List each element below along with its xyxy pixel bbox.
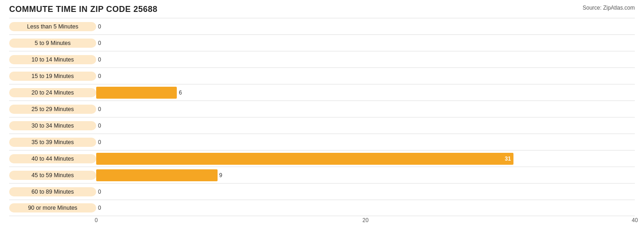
bar-row: 20 to 24 Minutes6 <box>9 84 635 100</box>
bar-label: 45 to 59 Minutes <box>9 171 96 180</box>
bar-track: 0 <box>96 117 635 134</box>
bar-value-zero: 0 <box>98 40 101 46</box>
bar-fill: 31 <box>96 153 513 165</box>
bar-track: 0 <box>96 184 635 200</box>
chart-title: COMMUTE TIME IN ZIP CODE 25688 <box>9 5 158 14</box>
bar-value-zero: 0 <box>98 205 101 211</box>
bar-value-zero: 0 <box>98 139 101 145</box>
bar-value-zero: 0 <box>98 23 101 30</box>
bar-track: 0 <box>96 35 635 51</box>
bar-row: 60 to 89 Minutes0 <box>9 183 635 200</box>
bar-track: 0 <box>96 200 635 216</box>
x-axis: 02040 <box>96 217 635 226</box>
x-tick: 0 <box>95 217 98 223</box>
bar-label: 35 to 39 Minutes <box>9 138 96 147</box>
bar-track: 0 <box>96 68 635 84</box>
bar-track: 0 <box>96 134 635 150</box>
bar-value: 6 <box>179 89 182 96</box>
bars-area: Less than 5 Minutes05 to 9 Minutes010 to… <box>9 18 635 216</box>
chart-source: Source: ZipAtlas.com <box>583 5 635 11</box>
bar-track: 0 <box>96 51 635 67</box>
bar-value-inside: 31 <box>505 156 511 162</box>
bar-value-zero: 0 <box>98 56 101 63</box>
bar-label: 20 to 24 Minutes <box>9 88 96 97</box>
bar-label: 5 to 9 Minutes <box>9 39 96 48</box>
bar-label: 25 to 29 Minutes <box>9 105 96 114</box>
x-tick: 20 <box>362 217 368 223</box>
bar-row: 15 to 19 Minutes0 <box>9 67 635 84</box>
bar-track: 6 <box>96 84 635 100</box>
bar-value-zero: 0 <box>98 106 101 112</box>
bar-row: 5 to 9 Minutes0 <box>9 34 635 51</box>
bar-track: 9 <box>96 167 635 183</box>
bar-value-zero: 0 <box>98 123 101 129</box>
bar-fill <box>96 87 177 99</box>
chart-container: COMMUTE TIME IN ZIP CODE 25688 Source: Z… <box>0 0 644 240</box>
bar-row: 25 to 29 Minutes0 <box>9 100 635 117</box>
bar-track: 31 <box>96 151 635 167</box>
bar-value-zero: 0 <box>98 73 101 79</box>
bar-row: 10 to 14 Minutes0 <box>9 51 635 67</box>
bar-track: 0 <box>96 101 635 117</box>
bar-row: 35 to 39 Minutes0 <box>9 134 635 150</box>
bar-row: 30 to 34 Minutes0 <box>9 117 635 134</box>
bar-label: 30 to 34 Minutes <box>9 121 96 130</box>
bar-value: 9 <box>219 172 223 179</box>
bar-label: 10 to 14 Minutes <box>9 55 96 64</box>
bar-row: 45 to 59 Minutes9 <box>9 167 635 183</box>
bar-row: 90 or more Minutes0 <box>9 200 635 216</box>
x-tick: 40 <box>632 217 638 223</box>
bar-fill <box>96 169 218 181</box>
bar-label: 15 to 19 Minutes <box>9 72 96 81</box>
bar-label: Less than 5 Minutes <box>9 22 96 31</box>
bar-row: 40 to 44 Minutes31 <box>9 150 635 167</box>
bar-row: Less than 5 Minutes0 <box>9 18 635 34</box>
bar-label: 60 to 89 Minutes <box>9 187 96 196</box>
bar-label: 40 to 44 Minutes <box>9 154 96 163</box>
bar-value-zero: 0 <box>98 189 101 195</box>
chart-header: COMMUTE TIME IN ZIP CODE 25688 Source: Z… <box>9 5 635 14</box>
bar-label: 90 or more Minutes <box>9 203 96 212</box>
bar-track: 0 <box>96 18 635 34</box>
